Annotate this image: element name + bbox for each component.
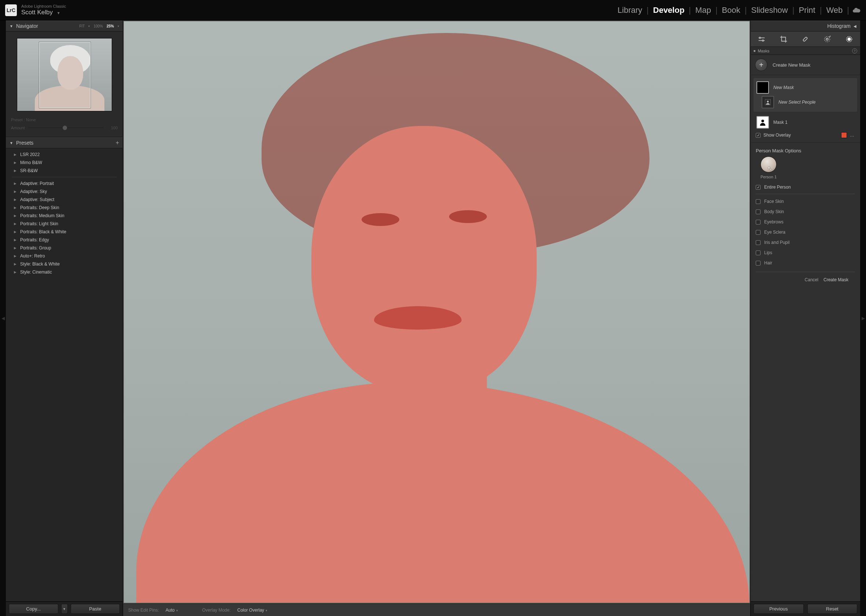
redeye-icon[interactable] [823, 35, 831, 43]
option-label: Face Skin [764, 199, 784, 204]
mask-option-row[interactable]: Iris and Pupil [756, 237, 855, 248]
preset-group[interactable]: ▶Mimo B&W [6, 159, 123, 167]
option-checkbox[interactable] [756, 209, 761, 214]
healing-icon[interactable] [801, 35, 809, 43]
preset-group[interactable]: ▶Portraits: Black & White [6, 228, 123, 236]
add-preset-icon[interactable]: + [116, 140, 119, 146]
navigator-title: Navigator [16, 23, 38, 29]
chevron-right-icon: ▶ [14, 198, 16, 201]
overlay-color-swatch[interactable] [841, 132, 847, 138]
navigator-crop-frame[interactable] [39, 42, 91, 108]
option-checkbox[interactable] [756, 250, 761, 255]
crop-icon[interactable] [780, 35, 787, 43]
mask-group-new[interactable]: New Mask New Select People [754, 78, 857, 112]
option-checkbox[interactable] [756, 199, 761, 204]
module-web[interactable]: Web [822, 5, 847, 15]
amount-slider[interactable] [28, 127, 104, 129]
preset-group[interactable]: ▶Adaptive: Subject [6, 196, 123, 204]
preset-group[interactable]: ▶Style: Black & White [6, 260, 123, 268]
copy-dropdown[interactable]: ▼ [61, 604, 68, 614]
right-footer: Previous Reset [751, 601, 860, 616]
histogram-header[interactable]: Histogram ◀ [751, 20, 860, 31]
paste-button[interactable]: Paste [71, 604, 120, 614]
preset-label: Adaptive: Subject [20, 197, 54, 202]
copy-button[interactable]: Copy... [9, 604, 58, 614]
zoom-current[interactable]: 25% [107, 24, 114, 28]
create-mask-button[interactable]: Create Mask [824, 277, 849, 282]
edit-sliders-icon[interactable] [758, 35, 765, 43]
cancel-button[interactable]: Cancel [805, 277, 818, 282]
preset-label: Preset : [11, 118, 25, 122]
app-name: Adobe Lightroom Classic [21, 4, 66, 9]
preset-group[interactable]: ▶Portraits: Medium Skin [6, 212, 123, 220]
chevron-right-icon: ▶ [14, 254, 16, 258]
overlay-mode-dropdown[interactable]: Color Overlay▾ [237, 608, 267, 613]
option-checkbox[interactable] [756, 230, 761, 235]
mask-option-row[interactable]: Face Skin [756, 196, 855, 207]
entire-person-checkbox[interactable] [756, 185, 761, 190]
identity-user[interactable]: Scott Kelby ▼ [21, 9, 66, 16]
navigator-zoom-controls[interactable]: FIT▾ 100% 25%▾ [79, 24, 119, 28]
left-edge-collapse[interactable]: ◀ [0, 20, 6, 616]
svg-point-0 [759, 37, 761, 38]
masking-icon[interactable] [845, 35, 853, 43]
mask-option-row[interactable]: Eye Sclera [756, 227, 855, 237]
person-chip[interactable]: ↖ Person 1 [756, 156, 781, 179]
mask-option-row[interactable]: Hair [756, 258, 855, 268]
option-checkbox[interactable] [756, 220, 761, 225]
preset-group[interactable]: ▶Portraits: Group [6, 244, 123, 252]
edit-pins-dropdown[interactable]: Auto▾ [166, 608, 178, 613]
overlay-more-icon[interactable]: … [850, 133, 855, 138]
preset-group[interactable]: ▶Portraits: Deep Skin [6, 204, 123, 212]
mask-1-row[interactable]: Mask 1 [751, 115, 860, 130]
previous-button[interactable]: Previous [754, 604, 804, 614]
module-book[interactable]: Book [718, 5, 745, 15]
mask-option-row[interactable]: Body Skin [756, 207, 855, 217]
option-checkbox[interactable] [756, 261, 761, 266]
preset-group[interactable]: ▶Auto+: Retro [6, 252, 123, 260]
option-label: Hair [764, 260, 772, 266]
preset-group[interactable]: ▶Portraits: Edgy [6, 236, 123, 244]
develop-toolstrip [751, 31, 860, 47]
right-edge-collapse[interactable]: ▶ [860, 20, 866, 616]
masks-panel-header[interactable]: ■ Masks ? [751, 47, 860, 55]
preset-label: Adaptive: Sky [20, 189, 47, 194]
preset-label: Portraits: Black & White [20, 229, 66, 234]
presets-title: Presets [16, 140, 33, 146]
image-canvas[interactable] [124, 21, 750, 603]
preset-group[interactable]: ▶SR-B&W [6, 167, 123, 175]
module-print[interactable]: Print [794, 5, 819, 15]
preset-group[interactable]: ▶LSR 2022 [6, 151, 123, 159]
masks-title: Masks [758, 49, 769, 53]
module-slideshow[interactable]: Slideshow [747, 5, 792, 15]
identity-block[interactable]: Adobe Lightroom Classic Scott Kelby ▼ [21, 4, 66, 16]
module-develop[interactable]: Develop [649, 5, 689, 15]
option-checkbox[interactable] [756, 240, 761, 245]
reset-button[interactable]: Reset [807, 604, 858, 614]
create-new-mask[interactable]: + Create New Mask [751, 55, 860, 75]
app-logo: LrC [5, 5, 17, 16]
zoom-100[interactable]: 100% [93, 24, 103, 28]
cloud-sync-icon[interactable] [852, 6, 861, 15]
chevron-right-icon: ▶ [14, 206, 16, 209]
pin-icon: ■ [754, 49, 755, 53]
mask-option-row[interactable]: Lips [756, 248, 855, 258]
chevron-down-icon: ▼ [57, 11, 60, 15]
module-library[interactable]: Library [613, 5, 647, 15]
preset-label: Portraits: Deep Skin [20, 205, 59, 210]
preset-group[interactable]: ▶Adaptive: Sky [6, 187, 123, 196]
preset-group[interactable]: ▶Portraits: Light Skin [6, 220, 123, 228]
preset-group[interactable]: ▶Adaptive: Portrait [6, 179, 123, 187]
navigator-header[interactable]: ▼ Navigator FIT▾ 100% 25%▾ [6, 20, 123, 31]
show-overlay-checkbox[interactable] [756, 133, 761, 138]
navigator-thumbnail[interactable] [17, 38, 112, 112]
mask-option-row[interactable]: Eyebrows [756, 217, 855, 227]
zoom-fit[interactable]: FIT [79, 24, 85, 28]
amount-label: Amount [11, 126, 25, 130]
preset-group[interactable]: ▶Style: Cinematic [6, 268, 123, 276]
info-icon[interactable]: ? [852, 48, 857, 53]
presets-header[interactable]: ▼ Presets + [6, 137, 123, 148]
mask-1-label: Mask 1 [773, 120, 787, 125]
svg-point-10 [827, 38, 828, 40]
module-map[interactable]: Map [691, 5, 715, 15]
